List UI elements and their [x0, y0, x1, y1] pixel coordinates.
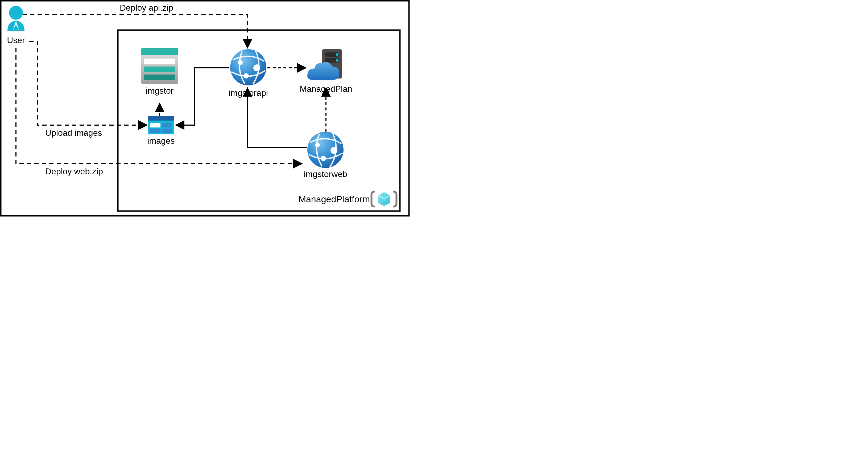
user-icon — [7, 6, 25, 31]
deploy-api-label: Deploy api.zip — [120, 3, 173, 12]
svg-point-15 — [244, 73, 249, 79]
managedplan-label: ManagedPlan — [300, 84, 352, 94]
imgstorapi-icon — [230, 49, 266, 85]
svg-rect-2 — [141, 48, 178, 55]
svg-point-18 — [336, 53, 338, 56]
imgstorapi-label: imgstorapi — [228, 88, 268, 98]
svg-rect-4 — [144, 66, 175, 72]
images-label: images — [147, 136, 175, 146]
edge-api-to-images — [176, 68, 229, 125]
edge-deploy-api — [23, 14, 247, 48]
svg-point-20 — [336, 59, 338, 62]
imgstor-icon — [141, 48, 178, 84]
images-icon — [148, 116, 174, 134]
svg-rect-8 — [150, 123, 160, 127]
svg-point-13 — [238, 60, 243, 65]
svg-rect-7 — [148, 116, 174, 121]
svg-point-24 — [321, 156, 326, 161]
svg-rect-10 — [150, 128, 160, 133]
imgstorweb-icon — [307, 132, 344, 168]
managedplatform-label: ManagedPlatform — [299, 194, 370, 204]
svg-point-21 — [307, 132, 344, 168]
managedplatform-icon — [371, 192, 397, 207]
svg-point-23 — [331, 147, 337, 154]
svg-point-14 — [253, 64, 260, 71]
imgstorweb-label: imgstorweb — [304, 169, 347, 179]
svg-rect-9 — [161, 123, 172, 127]
imgstor-label: imgstor — [146, 86, 174, 95]
diagram-frame — [1, 1, 409, 216]
svg-rect-5 — [144, 74, 175, 80]
svg-rect-11 — [161, 128, 172, 133]
svg-rect-3 — [144, 59, 175, 64]
managedplan-icon — [307, 49, 342, 80]
deploy-web-label: Deploy web.zip — [45, 166, 103, 176]
upload-images-label: Upload images — [45, 128, 102, 138]
edge-upload-images — [29, 41, 147, 125]
svg-point-12 — [230, 49, 266, 85]
user-label: User — [7, 35, 25, 45]
svg-point-0 — [9, 6, 23, 20]
svg-point-22 — [315, 143, 320, 147]
